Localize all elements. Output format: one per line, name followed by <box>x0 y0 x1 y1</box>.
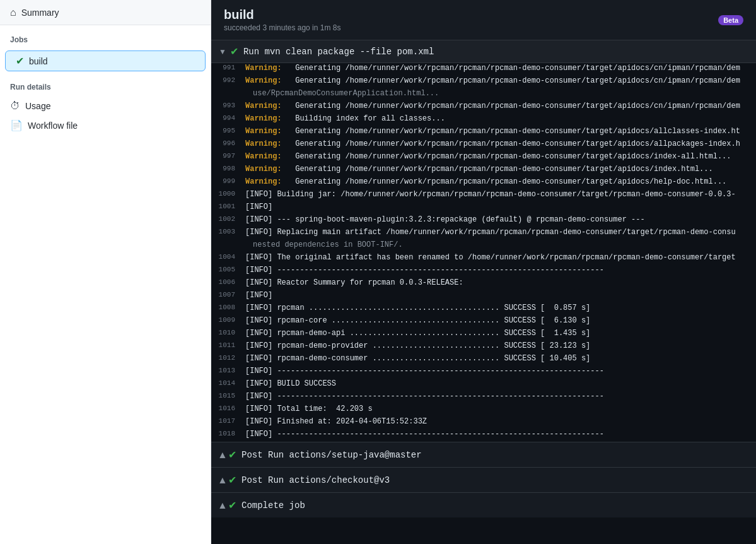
sidebar-item-usage[interactable]: ⏱ Usage <box>0 97 211 115</box>
log-line: 994Warning: Building index for all class… <box>211 114 756 126</box>
post-step-label: Post Run actions/setup-java@master <box>241 450 422 460</box>
main-content: build succeeded 3 minutes ago in 1m 8s B… <box>211 0 756 544</box>
log-line: 999Warning: Generating /home/runner/work… <box>211 177 756 189</box>
line-number: 1001 <box>211 202 243 211</box>
line-number: 992 <box>211 76 243 85</box>
log-line: 1007[INFO] <box>211 290 756 303</box>
chevron-right-icon: ▶ <box>218 502 226 508</box>
log-line: 1009[INFO] rpcman-core .................… <box>211 316 756 328</box>
line-number: 1005 <box>211 265 243 274</box>
job-item-build[interactable]: ✔ build <box>5 50 206 71</box>
line-number: 1008 <box>211 303 243 312</box>
line-content: [INFO] ---------------------------------… <box>243 391 607 401</box>
log-line: 1000[INFO] Building jar: /home/runner/wo… <box>211 189 756 202</box>
line-content: Warning: Generating /home/runner/work/rp… <box>243 151 734 162</box>
build-header-left: build succeeded 3 minutes ago in 1m 8s <box>224 8 340 32</box>
log-line: 1013[INFO] -----------------------------… <box>211 366 756 379</box>
line-content: [INFO] Replacing main artifact /home/run… <box>243 227 738 237</box>
clock-icon: ⏱ <box>10 100 20 112</box>
collapsed-step[interactable]: ▶✔Complete job <box>211 492 756 517</box>
line-number: 995 <box>211 126 243 135</box>
line-number: 1016 <box>211 404 243 413</box>
file-icon: 📄 <box>10 119 23 131</box>
log-line: 1010[INFO] rpcman-demo-api .............… <box>211 328 756 341</box>
line-content: Warning: Generating /home/runner/work/rp… <box>243 139 743 149</box>
line-number: 1009 <box>211 316 243 324</box>
chevron-right-icon: ▶ <box>218 452 226 458</box>
log-line: 1002[INFO] --- spring-boot-maven-plugin:… <box>211 215 756 227</box>
step-header-main[interactable]: ▼ ✔ Run mvn clean package --file pom.xml <box>211 40 756 63</box>
line-content: [INFO] ---------------------------------… <box>243 366 607 376</box>
chevron-down-icon: ▼ <box>219 47 226 56</box>
line-content: Warning: Generating /home/runner/work/rp… <box>243 177 729 187</box>
build-header: build succeeded 3 minutes ago in 1m 8s B… <box>211 0 756 40</box>
log-line: 991Warning: Generating /home/runner/work… <box>211 63 756 76</box>
log-line: 992Warning: Generating /home/runner/work… <box>211 76 756 88</box>
line-content: [INFO] rpcman-demo-provider ............… <box>243 341 593 351</box>
line-number: 1006 <box>211 278 243 287</box>
line-content: Warning: Generating /home/runner/work/rp… <box>243 164 716 174</box>
line-content: [INFO] Building jar: /home/runner/work/r… <box>243 189 738 199</box>
log-line: use/RpcmanDemoConsumerApplication.html..… <box>211 88 756 101</box>
line-number: 996 <box>211 139 243 148</box>
line-number: 1003 <box>211 227 243 236</box>
sidebar-summary[interactable]: ⌂ Summary <box>0 0 211 25</box>
log-line: 996Warning: Generating /home/runner/work… <box>211 139 756 151</box>
line-number: 1007 <box>211 290 243 299</box>
line-number: 997 <box>211 151 243 160</box>
chevron-right-icon: ▶ <box>218 477 226 483</box>
sidebar: ⌂ Summary Jobs ✔ build Run details ⏱ Usa… <box>0 0 211 544</box>
line-number: 999 <box>211 177 243 186</box>
log-line: 1001[INFO] <box>211 202 756 215</box>
log-line: 1005[INFO] -----------------------------… <box>211 265 756 278</box>
line-number: 1000 <box>211 189 243 198</box>
workflow-file-label: Workflow file <box>28 121 78 131</box>
build-subtitle: succeeded 3 minutes ago in 1m 8s <box>224 23 340 32</box>
log-line: 1017[INFO] Finished at: 2024-04-06T15:52… <box>211 417 756 429</box>
post-step-success-icon: ✔ <box>228 449 236 461</box>
line-content: [INFO] Reactor Summary for rpcman 0.0.3-… <box>243 278 466 288</box>
log-line: 1008[INFO] rpcman ......................… <box>211 303 756 316</box>
log-line: 1014[INFO] BUILD SUCCESS <box>211 379 756 391</box>
log-line: 993Warning: Generating /home/runner/work… <box>211 101 756 114</box>
log-line: 1012[INFO] rpcman-demo-consumer ........… <box>211 353 756 366</box>
step-label: Run mvn clean package --file pom.xml <box>243 47 434 57</box>
line-content: [INFO] --- spring-boot-maven-plugin:3.2.… <box>243 215 648 225</box>
log-line: 1003[INFO] Replacing main artifact /home… <box>211 227 756 240</box>
line-content: use/RpcmanDemoConsumerApplication.html..… <box>243 88 441 98</box>
line-content: [INFO] <box>243 202 275 212</box>
collapsed-step[interactable]: ▶✔Post Run actions/checkout@v3 <box>211 467 756 492</box>
line-number: 1017 <box>211 417 243 425</box>
build-title: build <box>224 8 340 22</box>
line-content: [INFO] ---------------------------------… <box>243 429 607 439</box>
line-number <box>211 88 243 90</box>
job-label: build <box>29 56 48 66</box>
line-number: 993 <box>211 101 243 110</box>
line-number: 1011 <box>211 341 243 350</box>
line-content: Warning: Generating /home/runner/work/rp… <box>243 76 743 86</box>
line-number: 991 <box>211 63 243 72</box>
post-step-label: Complete job <box>241 500 305 511</box>
summary-label: Summary <box>21 8 59 18</box>
line-number: 1010 <box>211 328 243 337</box>
log-line: 1004[INFO] The original artifact has bee… <box>211 252 756 265</box>
line-number: 998 <box>211 164 243 173</box>
log-line: 1015[INFO] -----------------------------… <box>211 391 756 404</box>
line-content: Warning: Generating /home/runner/work/rp… <box>243 101 743 111</box>
log-line: nested dependencies in BOOT-INF/. <box>211 240 756 252</box>
line-content: [INFO] rpcman-demo-consumer ............… <box>243 353 593 364</box>
line-number: 1014 <box>211 379 243 387</box>
line-content: [INFO] rpcman-core .....................… <box>243 316 593 326</box>
beta-badge: Beta <box>718 15 743 25</box>
collapsed-step[interactable]: ▶✔Post Run actions/setup-java@master <box>211 442 756 467</box>
line-content: [INFO] Finished at: 2024-04-06T15:52:33Z <box>243 417 429 427</box>
line-number: 1002 <box>211 215 243 223</box>
log-section: ▼ ✔ Run mvn clean package --file pom.xml… <box>211 40 756 544</box>
line-content: nested dependencies in BOOT-INF/. <box>243 240 405 250</box>
sidebar-item-workflow-file[interactable]: 📄 Workflow file <box>0 115 211 135</box>
run-details-label: Run details <box>0 73 211 97</box>
usage-label: Usage <box>25 101 50 111</box>
line-content: [INFO] Total time: 42.203 s <box>243 404 375 414</box>
line-content: Warning: Generating /home/runner/work/rp… <box>243 126 743 136</box>
log-line: 1011[INFO] rpcman-demo-provider ........… <box>211 341 756 353</box>
